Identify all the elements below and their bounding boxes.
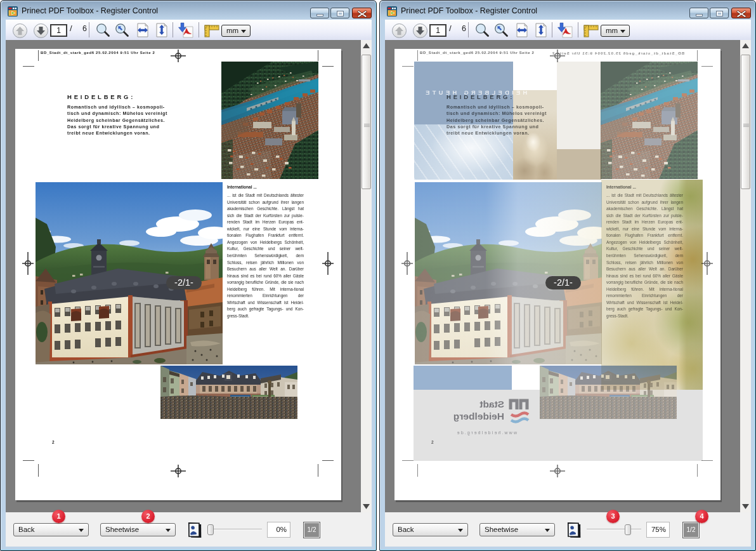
svg-text:Stadt: Stadt (479, 399, 504, 409)
svg-text:Heidelberg: Heidelberg (453, 411, 504, 422)
